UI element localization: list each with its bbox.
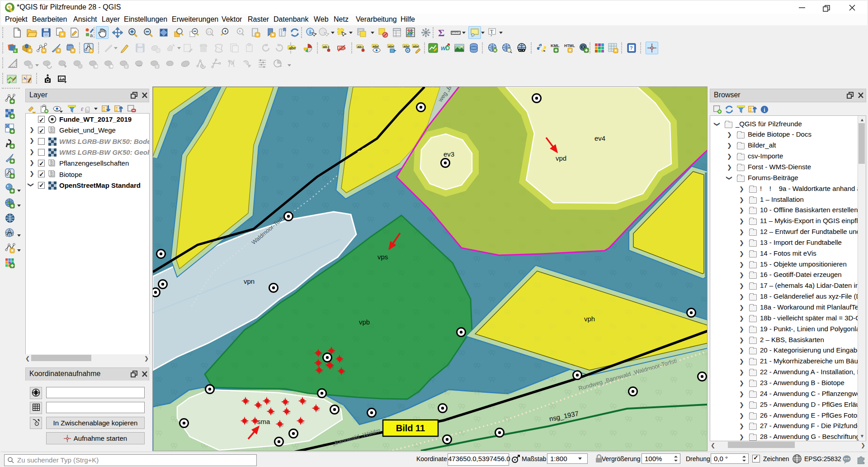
svg-text:x: x <box>125 64 127 69</box>
svg-text:abc: abc <box>289 46 296 50</box>
svg-text:KML: KML <box>551 43 560 48</box>
svg-text:abc: abc <box>404 44 410 48</box>
svg-text:i: i <box>309 29 311 35</box>
svg-text:a: a <box>90 33 93 38</box>
svg-text:ab: ab <box>358 45 362 49</box>
svg-text:Bild 11: Bild 11 <box>396 423 425 433</box>
svg-text:?: ? <box>630 45 633 51</box>
svg-text:vph: vph <box>584 315 595 323</box>
svg-text:✱: ✱ <box>94 64 98 69</box>
svg-text:vpn: vpn <box>244 277 255 285</box>
svg-text:x: x <box>156 64 158 69</box>
svg-text:ab: ab <box>323 45 327 49</box>
svg-text:vpd: vpd <box>556 154 566 162</box>
svg-text:ev3: ev3 <box>443 150 454 158</box>
svg-text:abc: abc <box>388 44 395 48</box>
svg-text:ev4: ev4 <box>594 134 605 142</box>
svg-text:abc: abc <box>413 44 420 48</box>
svg-text:ε: ε <box>81 105 84 112</box>
svg-text:abc: abc <box>373 44 379 48</box>
svg-text:HTML: HTML <box>564 43 575 48</box>
svg-text:+: + <box>29 64 32 69</box>
svg-text:sma: sma <box>257 418 270 425</box>
svg-text:Σ: Σ <box>438 27 444 38</box>
svg-text:vpb: vpb <box>359 318 370 326</box>
svg-text:+: + <box>14 48 17 53</box>
svg-text:vps: vps <box>377 253 388 261</box>
svg-text:1:1: 1:1 <box>207 30 212 33</box>
svg-text:T: T <box>490 29 494 35</box>
svg-text:✱: ✱ <box>110 64 113 69</box>
